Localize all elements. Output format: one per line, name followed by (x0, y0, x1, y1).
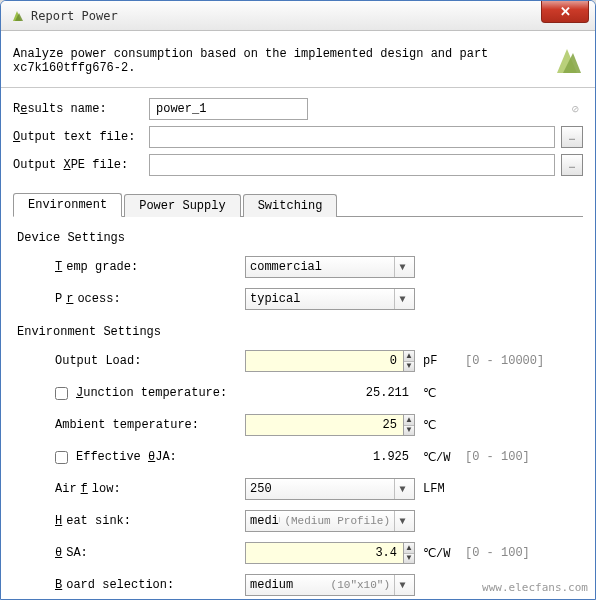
header-icon (551, 45, 583, 77)
effective-oja-value: 1.925 (245, 450, 415, 464)
effective-oja-label: Effective θJA: (55, 450, 245, 464)
spin-up-button[interactable]: ▲ (404, 351, 414, 362)
output-text-file-input[interactable] (149, 126, 555, 148)
junction-temp-label: Junction temperature: (55, 386, 245, 400)
effective-oja-range: [0 - 100] (465, 450, 530, 464)
osa-input[interactable] (245, 542, 403, 564)
board-selection-row: Board selection: medium (10"x10") ▼ (55, 573, 579, 597)
chevron-down-icon: ▼ (394, 479, 410, 499)
device-settings-title: Device Settings (17, 231, 579, 245)
results-name-input[interactable] (149, 98, 308, 120)
process-label: Process: (55, 292, 245, 306)
chevron-down-icon: ▼ (394, 289, 410, 309)
effective-oja-row: Effective θJA: 1.925 ℃/W [0 - 100] (55, 445, 579, 469)
tab-power-supply[interactable]: Power Supply (124, 194, 240, 217)
heat-sink-row: Heat sink: medium (Medium Profile) ▼ (55, 509, 579, 533)
spin-up-button[interactable]: ▲ (404, 415, 414, 426)
osa-label: θSA: (55, 546, 245, 560)
header-text: Analyze power consumption based on the i… (13, 47, 543, 75)
tab-environment[interactable]: Environment (13, 193, 122, 217)
ambient-temp-row: Ambient temperature: ▲▼ ℃ (55, 413, 579, 437)
ambient-temp-label: Ambient temperature: (55, 418, 245, 432)
environment-panel: Device Settings Temp grade: commercial ▼… (1, 217, 595, 600)
process-combo[interactable]: typical ▼ (245, 288, 415, 310)
junction-temp-checkbox[interactable] (55, 387, 68, 400)
environment-settings-title: Environment Settings (17, 325, 579, 339)
results-name-label: Results name: (13, 102, 143, 116)
chevron-down-icon: ▼ (394, 511, 410, 531)
spin-down-button[interactable]: ▼ (404, 426, 414, 436)
clear-icon[interactable]: ⊘ (572, 102, 579, 117)
junction-temp-row: Junction temperature: 25.211 ℃ (55, 381, 579, 405)
app-icon (9, 8, 25, 24)
browse-text-file-button[interactable]: … (561, 126, 583, 148)
output-load-unit: pF (423, 354, 459, 368)
chevron-down-icon: ▼ (394, 575, 410, 595)
output-xpe-file-label: Output XPE file: (13, 158, 143, 172)
temp-grade-combo[interactable]: commercial ▼ (245, 256, 415, 278)
spin-down-button[interactable]: ▼ (404, 554, 414, 564)
output-load-row: Output Load: ▲▼ pF [0 - 10000] (55, 349, 579, 373)
output-load-spinner[interactable]: ▲▼ (245, 350, 415, 372)
dialog-header: Analyze power consumption based on the i… (1, 31, 595, 88)
osa-spinner[interactable]: ▲▼ (245, 542, 415, 564)
spin-down-button[interactable]: ▼ (404, 362, 414, 372)
top-form: Results name: ⊘ Output text file: … Outp… (1, 88, 595, 188)
heat-sink-combo[interactable]: medium (Medium Profile) ▼ (245, 510, 415, 532)
airflow-row: Airflow: 250 ▼ LFM (55, 477, 579, 501)
airflow-label: Airflow: (55, 482, 245, 496)
airflow-combo[interactable]: 250 ▼ (245, 478, 415, 500)
tab-switching[interactable]: Switching (243, 194, 338, 217)
output-text-file-label: Output text file: (13, 130, 143, 144)
close-button[interactable]: ✕ (541, 1, 589, 23)
heat-sink-label: Heat sink: (55, 514, 245, 528)
spin-up-button[interactable]: ▲ (404, 543, 414, 554)
effective-oja-checkbox[interactable] (55, 451, 68, 464)
board-selection-combo[interactable]: medium (10"x10") ▼ (245, 574, 415, 596)
output-load-range: [0 - 10000] (465, 354, 544, 368)
output-text-file-row: Output text file: … (13, 126, 583, 148)
ambient-temp-input[interactable] (245, 414, 403, 436)
osa-row: θSA: ▲▼ ℃/W [0 - 100] (55, 541, 579, 565)
tab-bar: Environment Power Supply Switching (13, 192, 583, 217)
board-selection-label: Board selection: (55, 578, 245, 592)
junction-temp-unit: ℃ (423, 386, 459, 401)
osa-range: [0 - 100] (465, 546, 530, 560)
junction-temp-value: 25.211 (245, 386, 415, 400)
dialog-window: Report Power ✕ Analyze power consumption… (0, 0, 596, 600)
titlebar: Report Power ✕ (1, 1, 595, 31)
chevron-down-icon: ▼ (394, 257, 410, 277)
output-xpe-file-input[interactable] (149, 154, 555, 176)
output-xpe-file-row: Output XPE file: … (13, 154, 583, 176)
window-title: Report Power (31, 9, 541, 23)
temp-grade-label: Temp grade: (55, 260, 245, 274)
osa-unit: ℃/W (423, 546, 459, 561)
ambient-temp-unit: ℃ (423, 418, 459, 433)
browse-xpe-file-button[interactable]: … (561, 154, 583, 176)
results-name-row: Results name: ⊘ (13, 98, 583, 120)
output-load-input[interactable] (245, 350, 403, 372)
effective-oja-unit: ℃/W (423, 450, 459, 465)
ambient-temp-spinner[interactable]: ▲▼ (245, 414, 415, 436)
temp-grade-row: Temp grade: commercial ▼ (55, 255, 579, 279)
output-load-label: Output Load: (55, 354, 245, 368)
airflow-unit: LFM (423, 482, 459, 496)
process-row: Process: typical ▼ (55, 287, 579, 311)
